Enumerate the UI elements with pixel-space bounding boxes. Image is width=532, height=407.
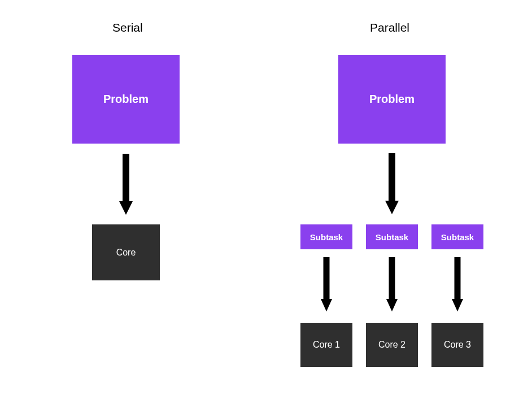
parallel-problem-box: Problem — [338, 55, 446, 144]
serial-core-label: Core — [116, 248, 136, 258]
arrow-down-icon — [385, 153, 399, 214]
subtask-label-2: Subtask — [376, 232, 408, 242]
subtask-box-3: Subtask — [431, 224, 483, 249]
subtask-label-3: Subtask — [441, 232, 474, 242]
arrow-down-icon — [321, 257, 332, 311]
core-box-3: Core 3 — [431, 323, 483, 367]
subtask-box-1: Subtask — [300, 224, 352, 249]
subtask-box-2: Subtask — [366, 224, 418, 249]
parallel-heading: Parallel — [370, 21, 409, 34]
arrow-down-icon — [452, 257, 463, 311]
arrow-down-icon — [386, 257, 398, 311]
svg-marker-1 — [119, 201, 133, 215]
arrow-down-icon — [119, 154, 133, 215]
serial-heading: Serial — [112, 21, 143, 34]
serial-problem-box: Problem — [72, 55, 180, 144]
core-box-1: Core 1 — [300, 323, 352, 367]
core-box-2: Core 2 — [366, 323, 418, 367]
subtask-label-1: Subtask — [310, 232, 343, 242]
svg-marker-9 — [452, 299, 463, 311]
svg-marker-5 — [321, 299, 332, 311]
parallel-problem-label: Problem — [369, 93, 415, 106]
serial-problem-label: Problem — [103, 93, 149, 106]
core-label-2: Core 2 — [378, 340, 405, 350]
svg-marker-7 — [386, 299, 398, 311]
serial-core-box: Core — [92, 224, 160, 280]
core-label-3: Core 3 — [444, 340, 471, 350]
core-label-1: Core 1 — [313, 340, 340, 350]
svg-marker-3 — [385, 201, 399, 214]
